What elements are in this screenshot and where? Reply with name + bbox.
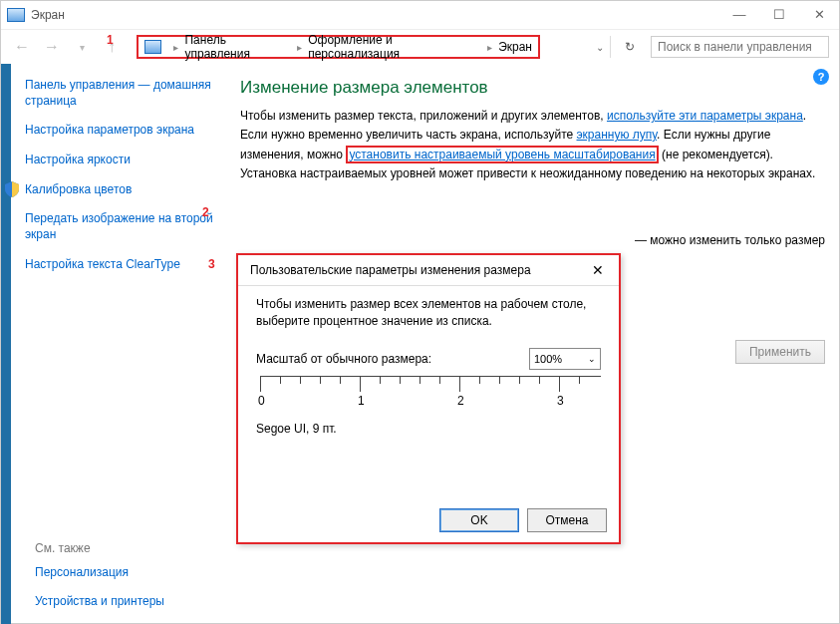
sidebar-item-label: Калибровка цветов — [25, 182, 132, 198]
scale-combobox[interactable]: 100% ⌄ — [529, 348, 601, 370]
sidebar-item-project[interactable]: Передать изображение на второй экран — [25, 211, 224, 242]
sidebar-item-display-settings[interactable]: Настройка параметров экрана — [25, 123, 224, 139]
custom-scaling-dialog: Пользовательские параметры изменения раз… — [236, 253, 621, 544]
partial-text: — можно изменить только размер — [635, 233, 825, 247]
navigation-bar: ← → ▾ ↑ ▸ Панель управления ▸ Оформление… — [1, 30, 839, 64]
callout-2: 2 — [202, 205, 209, 219]
cancel-button[interactable]: Отмена — [527, 508, 607, 532]
close-button[interactable]: ✕ — [799, 1, 839, 27]
display-icon — [144, 40, 161, 54]
dialog-close-button[interactable]: ✕ — [585, 259, 611, 281]
recent-locations-button[interactable]: ▾ — [71, 36, 93, 58]
chevron-right-icon[interactable]: ▸ — [487, 42, 492, 53]
callout-3: 3 — [208, 257, 215, 271]
sidebar-home-link[interactable]: Панель управления — домашняя страница — [25, 78, 224, 109]
taskbar-edge — [1, 64, 11, 624]
callout-1: 1 — [107, 33, 114, 47]
ok-button[interactable]: OK — [439, 508, 519, 532]
refresh-button[interactable]: ↻ — [610, 36, 641, 58]
see-also-personalization[interactable]: Персонализация — [35, 565, 164, 581]
shield-icon — [5, 181, 19, 197]
body-text: Чтобы изменить размер текста, приложений… — [240, 108, 825, 125]
search-input[interactable] — [651, 36, 829, 58]
see-also-heading: См. также — [35, 541, 164, 555]
forward-button[interactable]: → — [41, 36, 63, 58]
breadcrumb-item[interactable]: Панель управления — [184, 33, 291, 61]
body-text: Если нужно временно увеличить часть экра… — [240, 127, 825, 144]
ruler[interactable]: 0 1 2 3 — [256, 376, 601, 412]
address-bar[interactable]: ▸ Панель управления ▸ Оформление и персо… — [137, 35, 540, 59]
address-dropdown-button[interactable]: ⌄ — [596, 42, 604, 53]
breadcrumb-item[interactable]: Оформление и персонализация — [308, 33, 481, 61]
page-title: Изменение размера элементов — [240, 78, 825, 98]
body-text: Установка настраиваемых уровней может пр… — [240, 165, 825, 182]
scale-value: 100% — [534, 353, 562, 365]
display-settings-link[interactable]: используйте эти параметры экрана — [607, 109, 803, 123]
custom-scaling-link[interactable]: установить настраиваемый уровень масштаб… — [346, 146, 658, 163]
dialog-text: Чтобы изменить размер всех элементов на … — [256, 296, 601, 330]
magnifier-link[interactable]: экранную лупу — [577, 128, 658, 142]
font-sample: Segoe UI, 9 пт. — [256, 422, 601, 436]
chevron-right-icon[interactable]: ▸ — [297, 42, 302, 53]
minimize-button[interactable]: — — [719, 1, 759, 27]
chevron-down-icon: ⌄ — [588, 354, 596, 364]
breadcrumb-item[interactable]: Экран — [498, 40, 532, 54]
display-icon — [7, 8, 25, 22]
sidebar-item-cleartype[interactable]: Настройка текста ClearType — [25, 257, 224, 273]
body-text: изменения, можно установить настраиваемы… — [240, 147, 825, 163]
title-bar: Экран — ☐ ✕ — [1, 1, 839, 30]
dialog-title: Пользовательские параметры изменения раз… — [250, 263, 531, 277]
sidebar-item-color-calibration[interactable]: Калибровка цветов — [5, 181, 224, 197]
chevron-right-icon[interactable]: ▸ — [173, 42, 178, 53]
apply-button[interactable]: Применить — [735, 340, 825, 364]
back-button[interactable]: ← — [11, 36, 33, 58]
sidebar-item-brightness[interactable]: Настройка яркости — [25, 153, 224, 168]
see-also-devices-printers[interactable]: Устройства и принтеры — [35, 594, 164, 610]
scale-label: Масштаб от обычного размера: — [256, 352, 431, 366]
maximize-button[interactable]: ☐ — [759, 1, 799, 27]
window-title: Экран — [31, 8, 65, 22]
